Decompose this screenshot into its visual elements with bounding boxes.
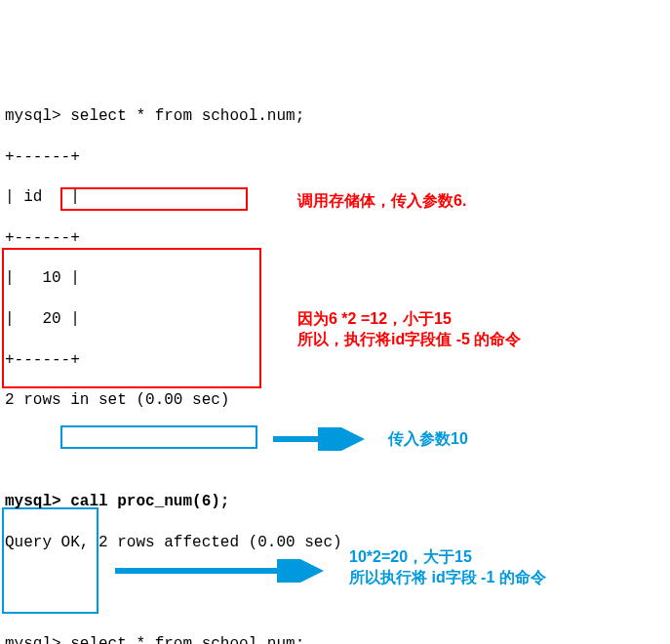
sql-select-2: mysql> select * from school.num; bbox=[5, 634, 670, 644]
arrow-icon bbox=[273, 427, 371, 451]
table-sep: +------+ bbox=[5, 147, 670, 168]
annotation-minus1: 10*2=20，大于15 所以执行将 id字段 -1 的命令 bbox=[349, 547, 546, 588]
annotation-param10: 传入参数10 bbox=[388, 429, 468, 450]
annotation-text: 所以，执行将id字段值 -5 的命令 bbox=[297, 331, 521, 347]
arrow-icon bbox=[115, 559, 330, 583]
query-ok: Query OK, 2 rows affected (0.00 sec) bbox=[5, 533, 670, 553]
sql-call-proc-6: mysql> call proc_num(6); bbox=[5, 492, 670, 512]
annotation-text: 所以执行将 id字段 -1 的命令 bbox=[349, 569, 546, 585]
table-sep: +------+ bbox=[5, 350, 670, 371]
sql-select-1: mysql> select * from school.num; bbox=[5, 106, 670, 127]
highlight-box-result-after10 bbox=[2, 507, 99, 614]
table-row: | 10 | bbox=[5, 268, 670, 289]
table-header: | id | bbox=[5, 187, 670, 208]
table-sep: +------+ bbox=[5, 228, 670, 249]
table-row: | 20 | bbox=[5, 309, 670, 330]
result-footer: 2 rows in set (0.00 sec) bbox=[5, 390, 670, 411]
